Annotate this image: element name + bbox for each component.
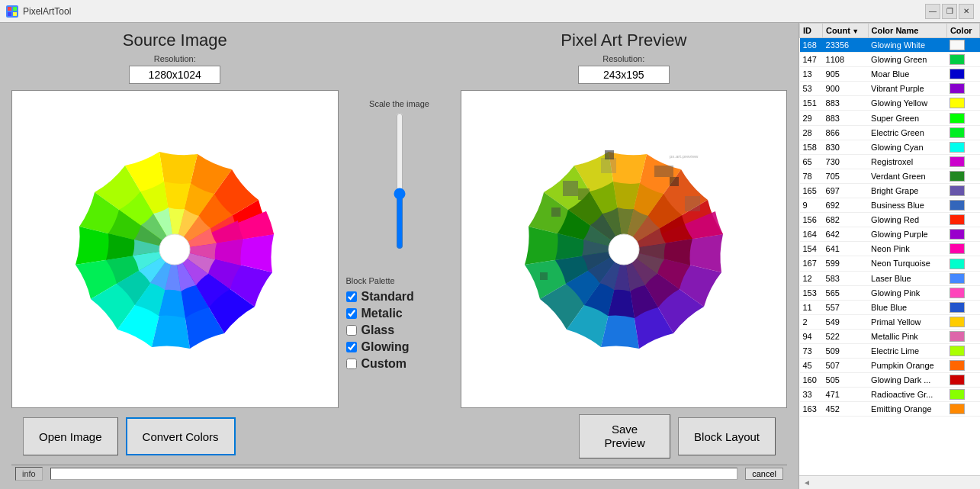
block-layout-button[interactable]: Block Layout — [678, 417, 776, 455]
svg-point-4 — [159, 234, 190, 265]
cell-count: 682 — [823, 213, 869, 227]
table-row[interactable]: 151883Glowing Yellow — [800, 96, 980, 111]
cell-count: 583 — [823, 271, 869, 285]
table-row[interactable]: 167599Neon Turquoise — [800, 256, 980, 271]
color-swatch — [949, 171, 965, 182]
minimize-button[interactable]: — — [925, 4, 940, 19]
table-row[interactable]: 9692Business Blue — [800, 198, 980, 213]
status-input[interactable] — [50, 468, 737, 480]
cell-count: 641 — [823, 242, 869, 256]
table-header-row: ID Count Color Name Color — [800, 24, 980, 38]
cell-id: 165 — [800, 183, 823, 198]
palette-checkbox-metalic[interactable] — [346, 308, 357, 319]
close-button[interactable]: ✕ — [959, 4, 974, 19]
right-panel: ID Count Color Name Color 16823356Glowin… — [798, 23, 980, 489]
table-row[interactable]: 160505Glowing Dark ... — [800, 373, 980, 388]
table-wrapper[interactable]: ID Count Color Name Color 16823356Glowin… — [799, 23, 980, 475]
palette-checkbox-glowing[interactable] — [346, 342, 357, 352]
palette-label-standard[interactable]: Standard — [361, 290, 414, 304]
table-scroll-indicator[interactable]: ◄ — [799, 475, 980, 489]
col-id[interactable]: ID — [800, 24, 823, 38]
table-row[interactable]: 165697Bright Grape — [800, 183, 980, 198]
title-bar-controls: — ❐ ✕ — [925, 4, 974, 19]
color-swatch — [949, 346, 965, 356]
svg-rect-3 — [13, 12, 17, 16]
palette-checkbox-glass[interactable] — [346, 325, 357, 336]
table-row[interactable]: 65730Registroxel — [800, 154, 980, 169]
cell-color-name: Radioactive Gr... — [868, 388, 946, 402]
palette-label-custom[interactable]: Custom — [361, 357, 407, 371]
cell-count: 522 — [823, 329, 869, 343]
table-row[interactable]: 16823356Glowing White — [800, 38, 980, 53]
cell-color — [946, 53, 979, 67]
cell-count: 549 — [823, 314, 869, 329]
table-row[interactable]: 154641Neon Pink — [800, 242, 980, 256]
table-row[interactable]: 163452Emitting Orange — [800, 402, 980, 417]
table-row[interactable]: 2549Primal Yellow — [800, 314, 980, 329]
source-resolution-value: 1280x1024 — [129, 66, 220, 84]
table-row[interactable]: 12583Laser Blue — [800, 271, 980, 285]
table-row[interactable]: 78705Verdant Green — [800, 169, 980, 183]
color-swatch — [949, 389, 965, 400]
palette-label-glass[interactable]: Glass — [361, 323, 395, 337]
col-count[interactable]: Count — [823, 24, 869, 38]
cell-count: 692 — [823, 198, 869, 213]
palette-label-metalic[interactable]: Metalic — [361, 307, 403, 320]
palette-label-glowing[interactable]: Glowing — [361, 340, 410, 354]
status-bar: info cancel — [11, 465, 787, 481]
table-row[interactable]: 73509Electric Lime — [800, 343, 980, 358]
cell-id: 156 — [800, 213, 823, 227]
restore-button[interactable]: ❐ — [942, 4, 957, 19]
table-body: 16823356Glowing White1471108Glowing Gree… — [800, 38, 980, 417]
color-swatch — [949, 54, 965, 65]
table-row[interactable]: 1471108Glowing Green — [800, 53, 980, 67]
table-row[interactable]: 53900Vibrant Purple — [800, 82, 980, 96]
table-row[interactable]: 158830Glowing Cyan — [800, 140, 980, 154]
svg-rect-5 — [563, 181, 578, 196]
table-row[interactable]: 13905Moar Blue — [800, 67, 980, 82]
cancel-button[interactable]: cancel — [745, 468, 783, 480]
cell-color — [946, 300, 979, 314]
cell-color — [946, 343, 979, 358]
cell-color-name: Glowing Dark ... — [868, 373, 946, 388]
color-swatch — [949, 243, 965, 254]
left-panel: Source Image Resolution: 1280x1024 — [0, 23, 798, 489]
table-row[interactable]: 164642Glowing Purple — [800, 227, 980, 242]
cell-id: 78 — [800, 169, 823, 183]
color-swatch — [949, 302, 965, 313]
table-row[interactable]: 11557Blue Blue — [800, 300, 980, 314]
save-preview-button[interactable]: Save Preview — [579, 414, 670, 458]
col-color[interactable]: Color — [946, 24, 979, 38]
cell-color-name: Super Green — [868, 111, 946, 125]
cell-color — [946, 67, 979, 82]
palette-checkbox-custom[interactable] — [346, 359, 357, 369]
cell-count: 599 — [823, 256, 869, 271]
cell-color — [946, 38, 979, 53]
table-row[interactable]: 94522Metallic Pink — [800, 329, 980, 343]
main-content: Source Image Resolution: 1280x1024 — [0, 23, 980, 489]
table-row[interactable]: 33471Radioactive Gr... — [800, 388, 980, 402]
cell-color — [946, 359, 979, 373]
table-row[interactable]: 45507Pumpkin Orange — [800, 359, 980, 373]
scale-slider[interactable] — [392, 112, 407, 249]
preview-resolution-row: Resolution: 243x195 — [461, 54, 788, 86]
convert-colors-button[interactable]: Convert Colors — [126, 417, 236, 455]
color-swatch — [949, 404, 965, 414]
col-color-name[interactable]: Color Name — [868, 24, 946, 38]
palette-section: Block Palette StandardMetalicGlassGlowin… — [346, 276, 453, 374]
preview-title: Pixel Art Preview — [461, 31, 788, 50]
open-image-button[interactable]: Open Image — [23, 417, 118, 455]
palette-checkbox-standard[interactable] — [346, 291, 357, 302]
table-row[interactable]: 156682Glowing Red — [800, 213, 980, 227]
table-row[interactable]: 153565Glowing Pink — [800, 285, 980, 300]
color-swatch — [949, 288, 965, 298]
table-row[interactable]: 29883Super Green — [800, 111, 980, 125]
preview-image-area: px.art.preview — [461, 90, 788, 408]
color-swatch — [949, 113, 965, 124]
cell-color — [946, 373, 979, 388]
table-row[interactable]: 28866Electric Green — [800, 125, 980, 140]
svg-text:px.art.preview: px.art.preview — [670, 154, 699, 159]
cell-id: 167 — [800, 256, 823, 271]
cell-count: 705 — [823, 169, 869, 183]
cell-color-name: Glowing Red — [868, 213, 946, 227]
